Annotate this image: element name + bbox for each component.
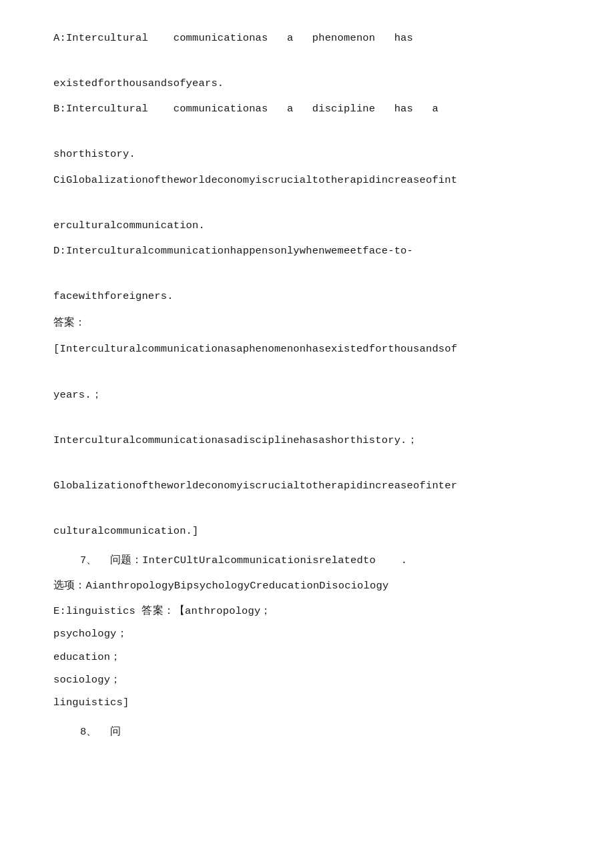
answer7-education: education； [53,646,561,669]
answer7-inline: E:linguistics 答案：【anthropology； [53,600,561,622]
text-section-a: A:Intercultural communicationas a phenom… [53,27,561,95]
text-section-c: CiGlobalizationoftheworldeconomyiscrucia… [53,169,561,237]
section-a: A:Intercultural communicationas a phenom… [53,27,561,95]
text-section-d: D:Interculturalcommunicationhappensonlyw… [53,240,561,308]
answer7-psychology: psychology； [53,622,561,645]
answer-label: 答案： [53,312,561,335]
text-section-b: B:Intercultural communicationas a discip… [53,97,561,165]
answer-content: [Interculturalcommunicationasaphenomenon… [53,338,561,542]
main-content: A:Intercultural communicationas a phenom… [53,27,561,743]
answer-section: 答案： [Interculturalcommunicationasaphenom… [53,312,561,542]
options7: 选项：AianthropologyBipsychologyCreducation… [53,574,561,597]
answer7-linguistics: linguistics] [53,691,561,714]
question7-section: 7、 问题：InterCUltUralcommunicationisrelate… [53,549,561,714]
question8-section: 8、 问 [53,721,561,743]
question7-line: 7、 问题：InterCUltUralcommunicationisrelate… [53,549,561,572]
section-c: CiGlobalizationoftheworldeconomyiscrucia… [53,169,561,237]
answer7-sociology: sociology； [53,669,561,691]
section-b: B:Intercultural communicationas a discip… [53,97,561,165]
section-d: D:Interculturalcommunicationhappensonlyw… [53,240,561,308]
question8-line: 8、 问 [53,721,561,743]
